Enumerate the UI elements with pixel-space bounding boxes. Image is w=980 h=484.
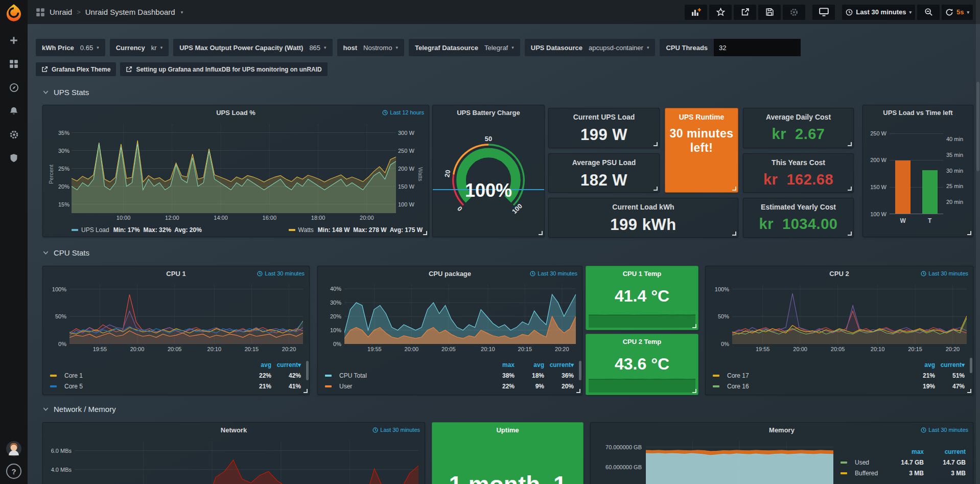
chart-plot-area[interactable] bbox=[646, 441, 833, 484]
panel-title[interactable]: Uptime bbox=[432, 426, 583, 434]
legend-sort-header[interactable]: max bbox=[882, 448, 924, 455]
panel-title[interactable]: CPU 2 Temp bbox=[586, 338, 698, 345]
resize-handle[interactable] bbox=[732, 232, 736, 236]
panel-settings-button[interactable] bbox=[783, 5, 805, 20]
panel-time-override[interactable]: Last 12 hours bbox=[382, 109, 424, 116]
chart-plot-area[interactable] bbox=[344, 285, 576, 344]
legend-scrollbar[interactable] bbox=[579, 361, 581, 380]
variable-value-dropdown[interactable]: 865▾ bbox=[309, 44, 326, 52]
chart-plot-area[interactable] bbox=[75, 441, 418, 484]
grafana-logo-icon[interactable] bbox=[5, 3, 23, 21]
server-admin-shield-icon[interactable] bbox=[0, 146, 28, 170]
legend-item-ups-load[interactable]: UPS Load Min: 17% Max: 32% Avg: 20% bbox=[72, 226, 202, 234]
panel-title[interactable]: UPS Battery Charge bbox=[433, 109, 544, 117]
resize-handle[interactable] bbox=[576, 389, 580, 393]
create-plus-icon[interactable] bbox=[0, 29, 28, 52]
legend-scrollbar[interactable] bbox=[306, 361, 309, 380]
refresh-picker[interactable]: 5s ▾ bbox=[942, 5, 973, 20]
variable-value-dropdown[interactable]: Nostromo▾ bbox=[363, 44, 398, 52]
variable-value-dropdown[interactable]: apcupsd-container▾ bbox=[589, 44, 649, 52]
panel-time-override[interactable]: Last 30 minutes bbox=[921, 270, 968, 276]
cpu-threads-input[interactable] bbox=[714, 39, 801, 56]
panel-title[interactable]: UPS Runtime bbox=[665, 113, 738, 121]
resize-handle[interactable] bbox=[304, 389, 308, 393]
page-scrollbar[interactable] bbox=[976, 0, 980, 484]
time-range-picker[interactable]: Last 30 minutes ▾ bbox=[842, 5, 915, 20]
legend-sort-header[interactable]: current▾ bbox=[935, 361, 965, 368]
panel-time-override[interactable]: Last 30 minutes bbox=[257, 270, 305, 276]
section-network-memory[interactable]: Network / Memory bbox=[42, 405, 116, 413]
scrollbar-thumb[interactable] bbox=[976, 82, 979, 171]
bar-W[interactable] bbox=[895, 160, 911, 214]
legend-sort-header[interactable]: current bbox=[924, 448, 966, 455]
panel-time-override[interactable]: Last 30 minutes bbox=[372, 427, 420, 433]
legend-row[interactable]: Core 1619%47% bbox=[713, 381, 965, 391]
resize-handle[interactable] bbox=[848, 142, 852, 146]
legend-sort-header[interactable]: avg bbox=[242, 361, 271, 368]
section-cpu-stats[interactable]: CPU Stats bbox=[42, 248, 89, 257]
explore-compass-icon[interactable] bbox=[0, 76, 28, 99]
cycle-view-mode-button[interactable] bbox=[812, 5, 835, 20]
legend-sort-header[interactable]: avg bbox=[905, 361, 935, 368]
help-icon[interactable]: ? bbox=[6, 464, 21, 479]
breadcrumb-app[interactable]: Unraid bbox=[50, 8, 72, 16]
resize-handle[interactable] bbox=[732, 187, 736, 191]
resize-handle[interactable] bbox=[848, 187, 852, 191]
alerting-bell-icon[interactable] bbox=[0, 99, 28, 123]
legend-item-watts[interactable]: Watts Min: 148 W Max: 278 W Avg: 175 W bbox=[289, 226, 423, 234]
save-button[interactable] bbox=[758, 5, 781, 20]
resize-handle[interactable] bbox=[539, 231, 543, 235]
legend-row[interactable]: Used14.7 GB14.7 GB bbox=[841, 457, 966, 468]
dashboards-icon[interactable] bbox=[0, 52, 28, 76]
variable-value-dropdown[interactable]: 0.65▾ bbox=[80, 44, 99, 52]
breadcrumb-caret-icon[interactable]: ▾ bbox=[181, 10, 183, 15]
breadcrumb-page-title[interactable]: Unraid System Dashboard bbox=[85, 8, 175, 16]
resize-handle[interactable] bbox=[692, 324, 696, 328]
resize-handle[interactable] bbox=[654, 142, 658, 146]
legend-row[interactable]: Core 521%41% bbox=[50, 381, 301, 391]
panel-time-override[interactable]: Last 30 minutes bbox=[530, 270, 577, 276]
dashboard-grid-icon[interactable] bbox=[36, 8, 45, 17]
legend-sort-header[interactable]: max bbox=[485, 361, 515, 368]
panel-title[interactable]: Average Daily Cost bbox=[743, 113, 853, 121]
legend-row[interactable]: User22%9%20% bbox=[325, 381, 574, 391]
panel-title[interactable]: This Years Cost bbox=[743, 158, 853, 167]
user-avatar[interactable] bbox=[6, 441, 21, 456]
resize-handle[interactable] bbox=[692, 389, 696, 393]
variable-value-dropdown[interactable]: kr▾ bbox=[151, 44, 162, 52]
star-button[interactable] bbox=[709, 5, 732, 20]
resize-handle[interactable] bbox=[423, 231, 427, 235]
panel-title[interactable]: Network bbox=[43, 426, 425, 434]
resize-handle[interactable] bbox=[848, 232, 852, 236]
link-grafana-plex-theme[interactable]: Grafana Plex Theme bbox=[36, 62, 116, 76]
chart-plot-area[interactable] bbox=[69, 285, 303, 344]
bar-T[interactable] bbox=[922, 170, 938, 214]
panel-title[interactable]: CPU 1 Temp bbox=[586, 270, 698, 278]
panel-title[interactable]: UPS Load % bbox=[43, 109, 429, 117]
resize-handle[interactable] bbox=[654, 187, 658, 191]
legend-sort-header[interactable]: avg bbox=[515, 361, 544, 368]
legend-row[interactable]: Core 1721%51% bbox=[713, 370, 965, 381]
zoom-out-button[interactable] bbox=[917, 5, 940, 20]
chart-plot-area[interactable] bbox=[72, 124, 396, 213]
chart-plot-area[interactable] bbox=[732, 285, 967, 344]
panel-title[interactable]: Average PSU Load bbox=[549, 158, 659, 167]
panel-title[interactable]: UPS Load vs Time left bbox=[863, 109, 973, 117]
legend-scrollbar[interactable] bbox=[970, 358, 972, 373]
legend-row[interactable]: Core 122%42% bbox=[50, 370, 301, 381]
panel-title[interactable]: Estimated Yearly Cost bbox=[743, 203, 853, 211]
panel-title[interactable]: Memory bbox=[591, 426, 973, 434]
configuration-gear-icon[interactable] bbox=[0, 123, 28, 146]
panel-title[interactable]: Current UPS Load bbox=[549, 113, 659, 121]
section-ups-stats[interactable]: UPS Stats bbox=[42, 88, 89, 97]
add-panel-button[interactable] bbox=[685, 5, 707, 20]
resize-handle[interactable] bbox=[967, 231, 971, 235]
resize-handle[interactable] bbox=[967, 389, 971, 393]
legend-row[interactable]: Buffered3 MB3 MB bbox=[841, 468, 966, 478]
legend-sort-header[interactable]: current▾ bbox=[544, 361, 574, 368]
panel-title[interactable]: Current Load kWh bbox=[549, 203, 738, 211]
panel-time-override[interactable]: Last 30 minutes bbox=[921, 427, 968, 433]
variable-value-dropdown[interactable]: Telegraf▾ bbox=[484, 44, 514, 52]
link-ups-monitoring-guide[interactable]: Setting up Grafana and InfluxDB for UPS … bbox=[120, 62, 327, 76]
legend-sort-header[interactable]: current▾ bbox=[271, 361, 301, 368]
